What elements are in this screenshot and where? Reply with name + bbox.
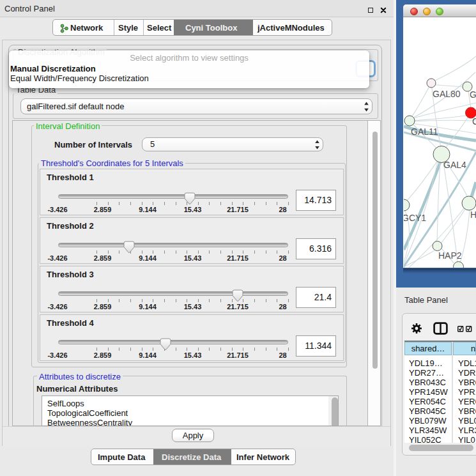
svg-text:HAP2: HAP2 [438,250,462,261]
svg-text:GCY1: GCY1 [404,213,426,223]
svg-text:GA: GA [470,89,476,100]
svg-text:GAL4: GAL4 [443,160,466,170]
svg-text:H: H [470,210,476,220]
svg-text:C: C [472,116,476,127]
svg-text:GAL11: GAL11 [411,127,438,137]
svg-text:GAL80: GAL80 [433,89,461,99]
